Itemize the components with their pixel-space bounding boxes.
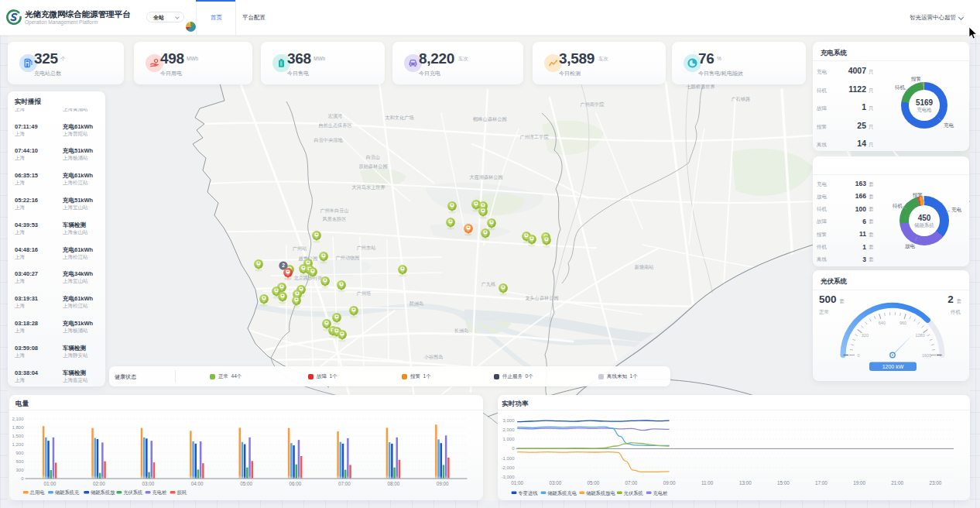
- svg-text:320: 320: [862, 332, 869, 337]
- svg-text:07:00: 07:00: [625, 480, 637, 486]
- svg-text:白云山: 白云山: [366, 154, 381, 160]
- svg-text:21:00: 21:00: [891, 480, 903, 486]
- svg-text:0: 0: [21, 476, 24, 481]
- svg-text:1200 kW: 1200 kW: [882, 364, 904, 369]
- svg-text:05:00: 05:00: [587, 480, 599, 486]
- svg-text:07:00: 07:00: [338, 481, 351, 486]
- svg-text:1,000: 1,000: [502, 437, 515, 441]
- svg-text:宏溪湾: 宏溪湾: [328, 113, 343, 119]
- svg-text:600: 600: [15, 459, 24, 464]
- svg-text:11:00: 11:00: [701, 480, 714, 486]
- svg-text:17:00: 17:00: [815, 480, 828, 486]
- svg-text:广州理工学院: 广州理工学院: [519, 134, 549, 140]
- svg-text:1600: 1600: [922, 352, 931, 357]
- svg-text:06:00: 06:00: [289, 481, 301, 486]
- svg-text:自然生态保养区: 自然生态保养区: [318, 122, 351, 129]
- svg-text:龙头山森林公园: 龙头山森林公园: [525, 295, 558, 301]
- svg-text:光伏系统: 光伏系统: [123, 489, 143, 496]
- svg-text:大霞湖森林公园: 大霞湖森林公园: [469, 174, 502, 180]
- svg-text:广九线: 广九线: [481, 281, 496, 287]
- svg-text:琶洲岛: 琶洲岛: [409, 300, 424, 307]
- svg-text:总用电: 总用电: [29, 489, 45, 496]
- svg-text:原始森林公园: 原始森林公园: [358, 163, 387, 170]
- svg-text:光伏系统: 光伏系统: [623, 490, 643, 496]
- svg-text:1,800: 1,800: [12, 425, 24, 430]
- svg-text:充电桩: 充电桩: [152, 489, 167, 496]
- svg-text:2: 2: [282, 263, 285, 268]
- svg-text:1,500: 1,500: [12, 434, 24, 438]
- svg-text:04:00: 04:00: [190, 481, 203, 486]
- svg-text:03:00: 03:00: [549, 480, 561, 486]
- svg-text:08:00: 08:00: [387, 481, 399, 486]
- svg-text:13:00: 13:00: [738, 480, 751, 486]
- svg-text:0: 0: [857, 352, 859, 357]
- svg-text:广州东站: 广州东站: [357, 245, 376, 251]
- svg-text:广州站: 广州站: [293, 245, 307, 252]
- svg-text:01:00: 01:00: [43, 481, 56, 486]
- svg-text:-2,000: -2,000: [501, 465, 515, 470]
- svg-text:300: 300: [15, 468, 24, 472]
- svg-text:01:00: 01:00: [511, 480, 523, 486]
- svg-text:储能系统充: 储能系统充: [54, 489, 79, 496]
- svg-text:七眼桥源世界: 七眼桥源世界: [686, 84, 714, 90]
- svg-text:09:00: 09:00: [436, 481, 448, 486]
- svg-text:960: 960: [899, 320, 906, 324]
- svg-text:专变进线: 专变进线: [518, 490, 538, 496]
- svg-text:广州市白云山: 广州市白云山: [320, 208, 348, 214]
- svg-text:储能系统充电: 储能系统充电: [547, 490, 577, 496]
- svg-text:19:00: 19:00: [853, 480, 865, 486]
- svg-text:1280: 1280: [915, 332, 924, 337]
- svg-text:15:00: 15:00: [777, 480, 790, 486]
- svg-text:储能系统放: 储能系统放: [91, 489, 115, 496]
- svg-text:广州商学院: 广州商学院: [581, 101, 605, 108]
- svg-text:太和文化广场: 太和文化广场: [385, 115, 413, 121]
- svg-text:900: 900: [15, 451, 24, 455]
- svg-text:损耗: 损耗: [176, 489, 187, 496]
- svg-text:长洲岛: 长洲岛: [454, 328, 469, 334]
- svg-text:广州塔: 广州塔: [357, 290, 372, 297]
- svg-text:-3,000: -3,000: [501, 475, 515, 479]
- svg-text:大河马水上世界: 大河马水上世界: [351, 184, 385, 190]
- svg-text:小谷围岛: 小谷围岛: [424, 354, 444, 360]
- svg-text:23:00: 23:00: [929, 480, 941, 486]
- svg-text:-1,000: -1,000: [501, 456, 515, 461]
- svg-text:储能系统放电: 储能系统放电: [586, 490, 615, 496]
- svg-text:03:00: 03:00: [142, 481, 154, 486]
- svg-text:09:00: 09:00: [663, 480, 675, 486]
- svg-text:新塘南站: 新塘南站: [634, 264, 654, 270]
- svg-text:2,100: 2,100: [12, 417, 24, 421]
- svg-text:风景名胜区: 风景名胜区: [323, 216, 347, 222]
- svg-text:3,000: 3,000: [502, 418, 515, 423]
- svg-text:广石铁路: 广石铁路: [732, 96, 751, 102]
- svg-text:05:00: 05:00: [240, 481, 252, 486]
- svg-text:0: 0: [512, 446, 515, 451]
- svg-text:帽峰山森林公园: 帽峰山森林公园: [473, 116, 506, 122]
- svg-text:640: 640: [879, 320, 886, 324]
- svg-text:2,000: 2,000: [502, 427, 515, 432]
- svg-text:充电桩: 充电桩: [653, 490, 668, 496]
- svg-text:广州动物园: 广州动物园: [336, 255, 360, 261]
- svg-text:02:00: 02:00: [93, 481, 105, 486]
- svg-text:1,200: 1,200: [12, 442, 24, 447]
- svg-text:白云中央湿地: 白云中央湿地: [314, 137, 343, 143]
